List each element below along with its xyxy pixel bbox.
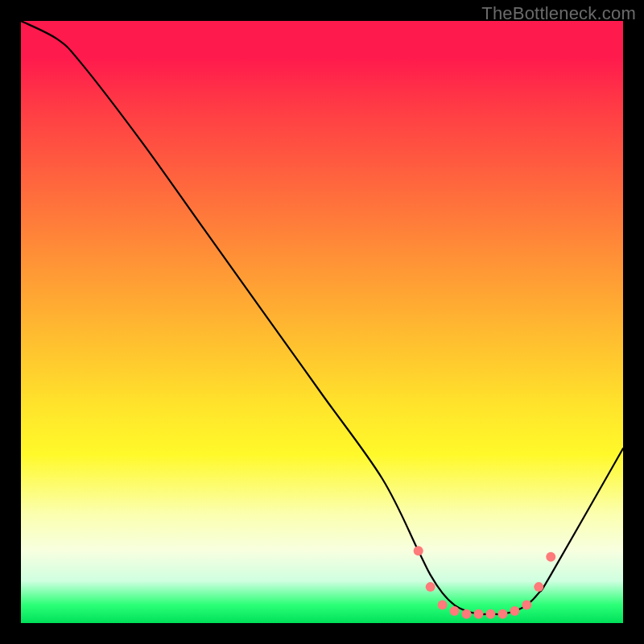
chart-frame: TheBottleneck.com	[0, 0, 644, 644]
marker-dot	[534, 582, 543, 592]
marker-dot	[438, 601, 448, 610]
plot-area	[21, 21, 623, 623]
marker-dot	[462, 609, 472, 619]
marker-dot	[497, 609, 507, 619]
marker-dot	[546, 552, 555, 562]
curve-line	[21, 21, 623, 614]
marker-dot	[426, 582, 436, 592]
marker-dot	[473, 609, 483, 619]
marker-dot	[414, 546, 423, 555]
marker-dot	[485, 609, 495, 619]
chart-svg	[21, 21, 623, 623]
marker-dot	[450, 606, 460, 616]
marker-dot	[522, 601, 531, 610]
marker-dot	[510, 606, 519, 616]
